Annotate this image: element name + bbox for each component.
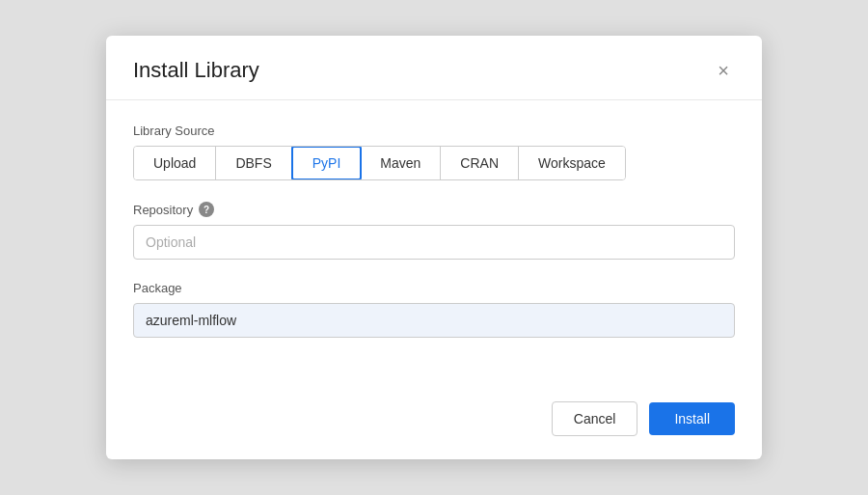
tab-dbfs[interactable]: DBFS xyxy=(216,147,291,179)
repository-label: Repository ? xyxy=(133,202,735,217)
tab-workspace[interactable]: Workspace xyxy=(519,147,625,179)
repository-section: Repository ? xyxy=(133,202,735,260)
package-input[interactable] xyxy=(133,303,735,338)
dialog-header: Install Library × xyxy=(106,36,762,100)
package-label: Package xyxy=(133,281,735,295)
tab-maven[interactable]: Maven xyxy=(361,147,441,179)
install-library-dialog: Install Library × Library Source Upload … xyxy=(106,36,762,459)
tab-cran[interactable]: CRAN xyxy=(441,147,519,179)
cancel-button[interactable]: Cancel xyxy=(552,401,638,436)
package-section: Package xyxy=(133,281,735,338)
tab-pypi[interactable]: PyPI xyxy=(291,146,363,180)
install-button[interactable]: Install xyxy=(649,402,735,435)
repository-input[interactable] xyxy=(133,225,735,260)
library-source-tabs: Upload DBFS PyPI Maven CRAN Workspace xyxy=(133,146,626,180)
library-source-label: Library Source xyxy=(133,124,735,138)
repository-help-icon[interactable]: ? xyxy=(199,202,214,217)
library-source-section: Library Source Upload DBFS PyPI Maven CR… xyxy=(133,124,735,180)
dialog-footer: Cancel Install xyxy=(106,386,762,459)
dialog-body: Library Source Upload DBFS PyPI Maven CR… xyxy=(106,100,762,386)
tab-upload[interactable]: Upload xyxy=(134,147,216,179)
dialog-title: Install Library xyxy=(133,58,259,83)
close-button[interactable]: × xyxy=(712,57,735,84)
